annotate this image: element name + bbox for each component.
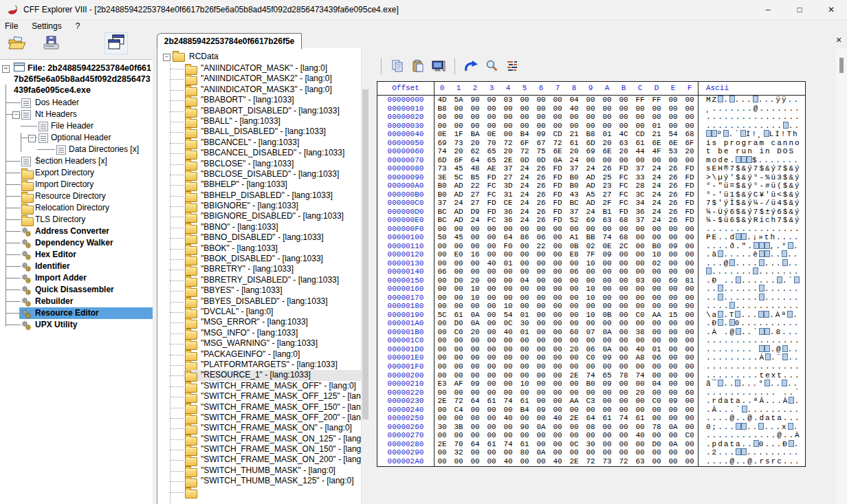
byte-cell[interactable]: 0E xyxy=(483,130,500,139)
byte-cell[interactable]: 00 xyxy=(566,225,582,234)
byte-cell[interactable]: 00 xyxy=(434,285,450,294)
byte-cell[interactable]: 00 xyxy=(566,113,582,122)
hex-row-00000090[interactable]: 000000903E5CB5FD272426FDB0AD25FC332426FD… xyxy=(377,173,805,182)
byte-cell[interactable]: 74 xyxy=(582,371,599,380)
byte-cell[interactable]: 00 xyxy=(599,156,615,165)
byte-cell[interactable]: 00 xyxy=(648,457,665,466)
byte-cell[interactable]: 00 xyxy=(632,380,648,388)
byte-cell[interactable]: 10 xyxy=(500,302,516,311)
byte-cell[interactable]: 00 xyxy=(648,285,665,294)
byte-cell[interactable]: 68 xyxy=(615,233,632,242)
byte-cell[interactable]: 24 xyxy=(516,173,533,182)
byte-cell[interactable]: 00 xyxy=(648,267,665,276)
byte-cell[interactable]: 00 xyxy=(681,371,698,380)
hex-row-00000260[interactable]: 00000260303B000000900A000008000000780A00… xyxy=(377,423,805,432)
byte-cell[interactable]: 00 xyxy=(467,388,483,397)
byte-cell[interactable]: 00 xyxy=(483,336,500,345)
byte-cell[interactable]: 00 xyxy=(665,328,681,337)
byte-cell[interactable]: BC xyxy=(566,199,582,208)
byte-cell[interactable]: FD xyxy=(681,190,698,199)
byte-cell[interactable]: 00 xyxy=(665,406,681,415)
byte-cell[interactable]: 00 xyxy=(599,302,615,311)
byte-cell[interactable]: AE xyxy=(483,164,500,173)
byte-cell[interactable]: 00 xyxy=(467,414,483,423)
byte-cell[interactable]: 10 xyxy=(467,285,483,294)
byte-cell[interactable]: 00 xyxy=(533,267,549,276)
byte-cell[interactable]: 78 xyxy=(648,423,665,432)
byte-cell[interactable]: 08 xyxy=(582,423,599,432)
byte-cell[interactable]: 0A xyxy=(467,319,483,328)
byte-cells[interactable]: 0E1FBA0E00B409CD21B8014CCD215468 xyxy=(434,130,698,139)
byte-cell[interactable]: 00 xyxy=(516,362,533,371)
byte-cell[interactable]: C0 xyxy=(681,431,698,440)
byte-cell[interactable]: 00 xyxy=(549,267,566,276)
byte-cell[interactable]: 25 xyxy=(599,173,615,182)
byte-cell[interactable]: 01 xyxy=(599,130,615,139)
paste-button[interactable] xyxy=(408,58,428,76)
resource-item-switch-frame-mask-off-200[interactable]: "SWITCH_FRAME_MASK_OFF_200" - [lang:0] xyxy=(157,413,361,423)
byte-cell[interactable]: AD xyxy=(582,173,599,182)
byte-cell[interactable]: 00 xyxy=(615,328,632,337)
byte-cell[interactable]: 00 xyxy=(450,225,467,234)
byte-cell[interactable]: 00 xyxy=(582,406,599,415)
byte-cell[interactable]: 00 xyxy=(533,380,549,388)
byte-cell[interactable]: 7F xyxy=(582,250,599,259)
byte-cell[interactable]: 64 xyxy=(467,156,483,165)
byte-cells[interactable]: 3E5CB5FD272426FDB0AD25FC332426FD xyxy=(434,173,698,182)
byte-cell[interactable]: B0 xyxy=(434,190,450,199)
byte-cell[interactable]: D0 xyxy=(648,440,665,449)
byte-cell[interactable]: 24 xyxy=(516,216,533,225)
expander-icon[interactable]: − xyxy=(12,111,20,119)
byte-cell[interactable]: 00 xyxy=(632,285,648,294)
hex-row-00000020[interactable]: 0000002000000000000000000000000000000000… xyxy=(377,113,805,122)
byte-cell[interactable]: B8 xyxy=(582,130,599,139)
byte-cell[interactable]: 00 xyxy=(665,388,681,397)
byte-cell[interactable]: 00 xyxy=(665,319,681,328)
byte-cell[interactable]: 26 xyxy=(533,182,549,190)
byte-cell[interactable]: 00 xyxy=(549,431,566,440)
byte-cell[interactable]: 00 xyxy=(533,285,549,294)
byte-cell[interactable]: 00 xyxy=(665,225,681,234)
byte-cell[interactable]: 24 xyxy=(582,164,599,173)
resource-item-bbignore[interactable]: "BBIGNORE" - [lang:1033] xyxy=(157,201,361,211)
byte-cell[interactable]: 03 xyxy=(500,96,516,105)
byte-cell[interactable]: 70 xyxy=(483,139,500,148)
byte-cell[interactable]: 24 xyxy=(648,190,665,199)
byte-cell[interactable]: 00 xyxy=(500,388,516,397)
byte-cells[interactable]: 00000000400000402E64617461000000 xyxy=(434,414,698,423)
byte-cell[interactable]: 00 xyxy=(566,122,582,131)
byte-cell[interactable]: 00 xyxy=(632,233,648,242)
byte-cell[interactable]: 00 xyxy=(500,250,516,259)
byte-cells[interactable]: 00000000000000000000000000000000 xyxy=(434,225,698,234)
byte-cell[interactable]: 26 xyxy=(665,164,681,173)
byte-cell[interactable]: 00 xyxy=(599,267,615,276)
byte-cell[interactable]: F0 xyxy=(500,242,516,251)
byte-cell[interactable]: 00 xyxy=(665,362,681,371)
hex-table[interactable]: Offset 0123456789ABCDEF Ascii 000000004D… xyxy=(377,81,806,467)
byte-cell[interactable]: 61 xyxy=(483,440,500,449)
byte-cell[interactable]: 00 xyxy=(533,345,549,354)
byte-cell[interactable]: 74 xyxy=(500,440,516,449)
byte-cells[interactable]: 06000000000000000600000000000000 xyxy=(434,267,698,276)
sidebar-item-rebuilder[interactable]: Rebuilder xyxy=(0,296,153,307)
byte-cell[interactable]: 00 xyxy=(434,448,450,457)
byte-cell[interactable]: 00 xyxy=(681,336,698,345)
byte-cells[interactable]: 69732070726F6772616D2063616E6E6F xyxy=(434,139,698,148)
byte-cell[interactable]: 34 xyxy=(632,199,648,208)
byte-cells[interactable]: 372427FDCE2426FDBCAD2FFC342426FD xyxy=(434,199,698,208)
resource-item-switch-frame-mask-off-150[interactable]: "SWITCH_FRAME_MASK_OFF_150" - [lang:0] xyxy=(157,402,361,413)
byte-cell[interactable]: E3 xyxy=(434,380,450,388)
byte-cell[interactable]: 21 xyxy=(648,130,665,139)
hex-row-000000E0[interactable]: 000000E0BCAD24FC362426FD52696368372426FD… xyxy=(377,216,805,225)
byte-cell[interactable]: 04 xyxy=(648,380,665,388)
byte-cell[interactable]: FF xyxy=(648,96,665,105)
byte-cell[interactable]: 0B xyxy=(566,242,582,251)
byte-cell[interactable]: 00 xyxy=(500,276,516,285)
hex-row-000001F0[interactable]: 000001F000000000000000000000000000000000… xyxy=(377,362,805,371)
byte-cell[interactable]: 00 xyxy=(665,233,681,242)
byte-cell[interactable]: 10 xyxy=(582,294,599,303)
byte-cell[interactable]: 00 xyxy=(467,122,483,131)
byte-cell[interactable]: FC xyxy=(483,182,500,190)
sidebar-item-relocation-directory[interactable]: Relocation Directory xyxy=(0,202,153,214)
byte-cell[interactable]: 00 xyxy=(599,362,615,371)
